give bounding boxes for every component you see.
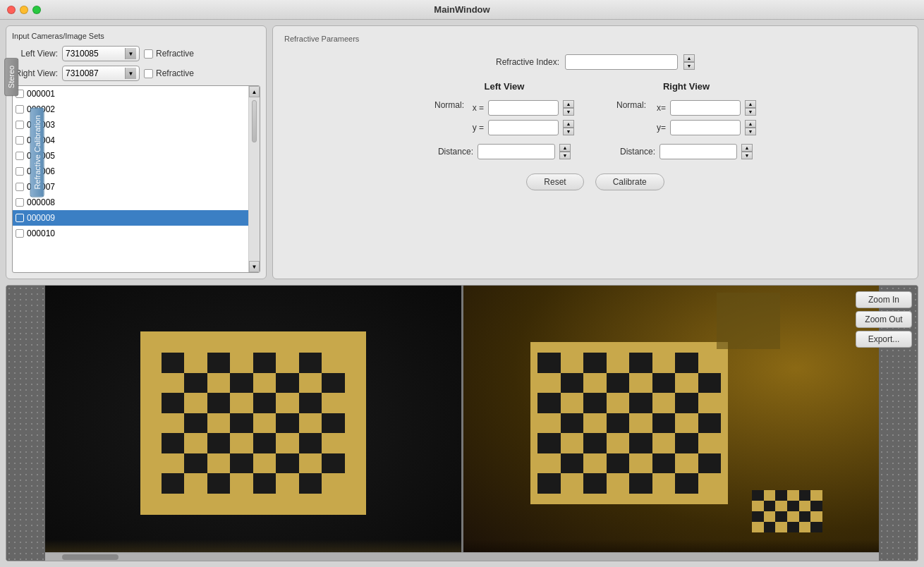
checker-cell bbox=[675, 453, 698, 474]
checker-cell bbox=[583, 373, 607, 394]
minimize-button[interactable] bbox=[20, 6, 28, 14]
right-distance-row: Distance: 0.000000 ▲ ▼ bbox=[616, 144, 756, 159]
checker-cell bbox=[583, 453, 607, 474]
list-item[interactable]: 000001 bbox=[13, 86, 248, 102]
checker-cell bbox=[299, 373, 322, 394]
right-distance-down[interactable]: ▼ bbox=[741, 152, 753, 159]
left-y-input[interactable]: 453.5660 bbox=[488, 120, 559, 135]
list-item[interactable]: 000005 bbox=[13, 148, 248, 164]
list-item[interactable]: 000002 bbox=[13, 102, 248, 117]
left-distance-up[interactable]: ▲ bbox=[559, 144, 571, 152]
left-x-down[interactable]: ▼ bbox=[563, 108, 574, 116]
list-item[interactable]: 000006 bbox=[13, 164, 248, 179]
checker-cell bbox=[253, 373, 276, 394]
left-distance-input[interactable]: 0.000000 bbox=[478, 144, 555, 159]
left-y-up[interactable]: ▲ bbox=[563, 120, 574, 128]
checker-cell bbox=[162, 373, 185, 394]
reset-button[interactable]: Reset bbox=[526, 173, 583, 190]
right-distance-up[interactable]: ▲ bbox=[741, 144, 753, 152]
scroll-down-button[interactable]: ▼ bbox=[249, 261, 260, 272]
tab-refractive-calibration[interactable]: Refractive Calibration bbox=[30, 107, 44, 197]
left-camera-image[interactable] bbox=[45, 286, 461, 561]
list-item[interactable]: 000004 bbox=[13, 133, 248, 148]
list-item[interactable]: 000009 bbox=[13, 210, 248, 226]
item-checkbox[interactable] bbox=[16, 229, 24, 238]
right-y-down[interactable]: ▼ bbox=[745, 128, 756, 135]
list-scrollbar[interactable]: ▲ ▼ bbox=[248, 86, 260, 272]
export-button[interactable]: Export... bbox=[856, 331, 912, 348]
list-item[interactable]: 000007 bbox=[13, 179, 248, 195]
right-x-spinner[interactable]: ▲ ▼ bbox=[745, 100, 756, 116]
item-checkbox[interactable] bbox=[16, 167, 24, 176]
checker-cell bbox=[230, 393, 253, 413]
left-distance-spinner[interactable]: ▲ ▼ bbox=[559, 144, 571, 159]
checker-cell bbox=[698, 373, 722, 394]
checker-cell bbox=[253, 453, 276, 474]
right-refractive-checkbox-box[interactable] bbox=[144, 69, 153, 78]
checker-cell bbox=[629, 433, 652, 453]
checker-cell bbox=[764, 501, 776, 511]
zoom-out-button[interactable]: Zoom Out bbox=[856, 311, 912, 328]
right-distance-input[interactable]: 0.000000 bbox=[659, 144, 737, 159]
refractive-index-spinner[interactable]: ▲ ▼ bbox=[683, 54, 695, 70]
left-x-input[interactable]: 557.3081 bbox=[488, 100, 559, 116]
item-checkbox[interactable] bbox=[16, 198, 24, 207]
maximize-button[interactable] bbox=[32, 6, 41, 14]
right-y-spinner[interactable]: ▲ ▼ bbox=[745, 120, 756, 135]
left-x-up[interactable]: ▲ bbox=[563, 100, 574, 108]
left-distance-down[interactable]: ▼ bbox=[559, 152, 571, 159]
checker-cell bbox=[162, 393, 185, 413]
item-checkbox[interactable] bbox=[16, 121, 24, 129]
left-normal-group: x = 557.3081 ▲ ▼ y = 453.5660 bbox=[470, 100, 574, 135]
right-distance-spinner[interactable]: ▲ ▼ bbox=[741, 144, 753, 159]
scroll-up-button[interactable]: ▲ bbox=[249, 86, 260, 97]
checker-cell bbox=[322, 373, 345, 394]
list-item[interactable]: 000010 bbox=[13, 226, 248, 241]
calibrate-button[interactable]: Calibrate bbox=[595, 173, 664, 190]
left-y-spinner[interactable]: ▲ ▼ bbox=[563, 120, 574, 135]
right-y-label: y= bbox=[652, 123, 666, 133]
left-view-dropdown[interactable]: 7310085 ▼ bbox=[62, 46, 140, 61]
right-camera-image[interactable] bbox=[463, 286, 880, 561]
scroll-thumb[interactable] bbox=[252, 100, 257, 142]
right-y-input[interactable]: 388.0183 bbox=[670, 120, 741, 135]
list-item[interactable]: 000003 bbox=[13, 117, 248, 133]
list-item[interactable]: 000008 bbox=[13, 195, 248, 210]
checker-cell bbox=[184, 413, 207, 434]
right-view-dropdown-arrow[interactable]: ▼ bbox=[125, 68, 136, 79]
right-x-input[interactable]: 544.6954 bbox=[670, 100, 741, 116]
right-x-down[interactable]: ▼ bbox=[745, 108, 756, 116]
right-y-up[interactable]: ▲ bbox=[745, 120, 756, 128]
checker-cell bbox=[162, 433, 185, 453]
refractive-index-input[interactable]: 1.33300 bbox=[565, 54, 678, 70]
left-x-spinner[interactable]: ▲ ▼ bbox=[563, 100, 574, 116]
left-refractive-checkbox-box[interactable] bbox=[144, 49, 153, 59]
item-checkbox[interactable] bbox=[16, 136, 24, 145]
right-refractive-checkbox[interactable]: Refractive bbox=[144, 68, 194, 78]
checker-cell bbox=[775, 490, 787, 501]
h-scrollbar[interactable] bbox=[45, 552, 879, 561]
left-view-dropdown-arrow[interactable]: ▼ bbox=[125, 48, 136, 59]
checker-cell bbox=[561, 373, 584, 394]
zoom-in-button[interactable]: Zoom In bbox=[856, 291, 912, 308]
checker-cell bbox=[184, 473, 207, 494]
left-refractive-checkbox[interactable]: Refractive bbox=[144, 49, 194, 59]
checker-cell bbox=[299, 413, 322, 434]
checker-cell bbox=[583, 473, 607, 494]
checker-cell bbox=[752, 522, 764, 532]
checker-cell bbox=[675, 373, 698, 394]
close-button[interactable] bbox=[7, 6, 16, 14]
right-x-up[interactable]: ▲ bbox=[745, 100, 756, 108]
item-checkbox[interactable] bbox=[16, 152, 24, 160]
item-checkbox[interactable] bbox=[16, 105, 24, 114]
refractive-index-up[interactable]: ▲ bbox=[683, 54, 695, 62]
item-checkbox[interactable] bbox=[16, 183, 24, 191]
right-y-row: y= 388.0183 ▲ ▼ bbox=[652, 120, 756, 135]
image-list[interactable]: 0000010000020000030000040000050000060000… bbox=[13, 86, 248, 272]
h-scroll-thumb[interactable] bbox=[62, 554, 118, 560]
item-checkbox[interactable] bbox=[16, 214, 24, 222]
refractive-index-down[interactable]: ▼ bbox=[683, 62, 695, 70]
right-view-dropdown[interactable]: 7310087 ▼ bbox=[62, 66, 140, 81]
tab-stereo[interactable]: Stereo bbox=[4, 57, 18, 95]
left-y-down[interactable]: ▼ bbox=[563, 128, 574, 135]
